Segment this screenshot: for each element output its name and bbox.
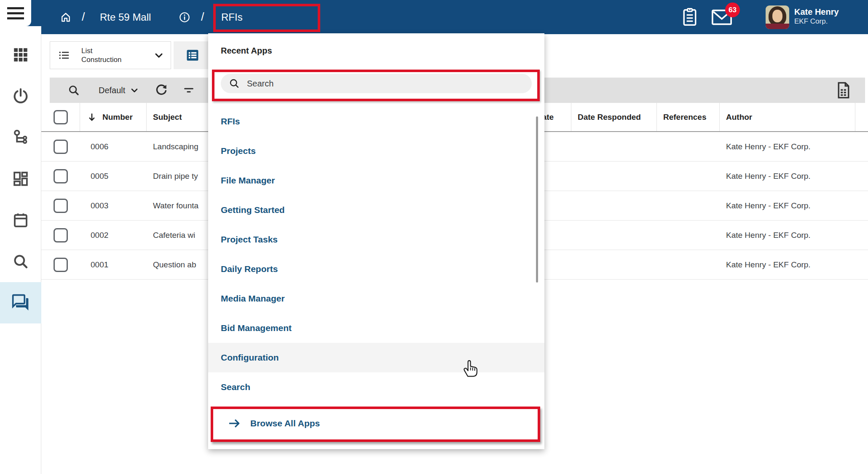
cell-number: 0002 [80, 221, 147, 250]
chevron-down-icon [129, 85, 139, 95]
cell-references [657, 162, 720, 191]
app-menu-item-file-manager[interactable]: File Manager [208, 166, 544, 195]
saved-view-label: Default [99, 86, 125, 95]
app-menu-item-project-tasks[interactable]: Project Tasks [208, 225, 544, 254]
app-menu-item-search[interactable]: Search [208, 372, 544, 402]
cell-references [657, 132, 720, 161]
sidebar-item-workflow[interactable] [0, 117, 41, 158]
workflow-icon [12, 129, 29, 146]
hamburger-icon [7, 7, 24, 19]
row-checkbox[interactable] [54, 228, 68, 242]
app-menu-item-rfis[interactable]: RFIs [208, 107, 544, 136]
cell-number: 0001 [80, 250, 147, 279]
cell-spacer [855, 162, 868, 191]
list-icon [58, 49, 70, 62]
refresh-icon[interactable] [155, 83, 168, 97]
sidebar-item-power[interactable] [0, 75, 41, 117]
row-checkbox[interactable] [54, 258, 68, 272]
arrow-right-icon [228, 417, 241, 430]
sidebar-item-dashboard[interactable] [0, 158, 41, 199]
sidebar-item-calendar[interactable] [0, 199, 41, 241]
view-type-label: List [81, 46, 121, 55]
cell-author: Kate Henry - EKF Corp. [720, 250, 855, 279]
column-header-date-responded[interactable]: Date Responded [571, 103, 657, 131]
calendar-icon [12, 211, 29, 229]
view-name-label: Construction [81, 55, 121, 64]
row-checkbox[interactable] [54, 199, 68, 213]
row-checkbox[interactable] [54, 140, 68, 154]
user-company: EKF Corp. [794, 17, 839, 26]
sidebar-item-search[interactable] [0, 241, 41, 282]
breadcrumb-separator: / [201, 0, 204, 34]
dashboard-icon [12, 170, 29, 188]
cell-author: Kate Henry - EKF Corp. [720, 191, 855, 220]
cell-author: Kate Henry - EKF Corp. [720, 162, 855, 191]
row-checkbox-cell [41, 132, 80, 161]
sort-desc-icon [86, 112, 97, 123]
row-checkbox-cell [41, 221, 80, 250]
cell-references [657, 221, 720, 250]
cell-spacer [855, 132, 868, 161]
hamburger-menu-button[interactable] [0, 0, 31, 26]
column-header-references[interactable]: References [657, 103, 720, 131]
search-icon[interactable] [67, 84, 80, 97]
app-menu-item-daily-reports[interactable]: Daily Reports [208, 254, 544, 284]
cell-author: Kate Henry - EKF Corp. [720, 221, 855, 250]
app-menu-item-projects[interactable]: Projects [208, 136, 544, 166]
home-icon[interactable] [59, 0, 72, 34]
search-placeholder: Search [247, 79, 273, 89]
row-checkbox-cell [41, 162, 80, 191]
search-icon [12, 253, 29, 270]
column-header-author[interactable]: Author [720, 103, 855, 131]
top-navigation-bar: / Rte 59 Mall / RFIs 63 Kate Henry EKF C… [0, 0, 868, 34]
select-all-checkbox[interactable] [54, 110, 68, 124]
application-window: / Rte 59 Mall / RFIs 63 Kate Henry EKF C… [0, 0, 868, 474]
row-checkbox[interactable] [54, 169, 68, 183]
cell-references [657, 250, 720, 279]
app-menu-item-media-manager[interactable]: Media Manager [208, 284, 544, 313]
row-checkbox-cell [41, 191, 80, 220]
panel-scrollbar[interactable] [536, 116, 538, 283]
chat-icon [11, 294, 30, 312]
sidebar-item-apps[interactable] [0, 34, 41, 75]
saved-view-dropdown[interactable]: Default [99, 85, 139, 95]
cell-spacer [855, 250, 868, 279]
cell-spacer [855, 221, 868, 250]
panel-title: Recent Apps [221, 46, 272, 56]
apps-grid-icon [12, 46, 29, 64]
cell-references [657, 191, 720, 220]
browse-all-apps-button[interactable]: Browse All Apps [213, 409, 539, 438]
breadcrumb-separator: / [82, 0, 85, 34]
avatar[interactable] [766, 5, 789, 29]
cell-number: 0006 [80, 132, 147, 161]
browse-all-apps-label: Browse All Apps [250, 418, 320, 428]
cell-date-responded [571, 250, 657, 279]
breadcrumb-app[interactable]: RFIs [221, 0, 243, 34]
chevron-down-icon [153, 49, 165, 61]
export-document-icon[interactable] [836, 81, 852, 99]
apps-search-input[interactable]: Search [221, 74, 532, 93]
app-menu-item-getting-started[interactable]: Getting Started [208, 195, 544, 225]
info-icon[interactable] [179, 0, 190, 34]
cell-date-responded [571, 162, 657, 191]
select-all-cell [41, 103, 80, 131]
view-selector-button[interactable]: List Construction [50, 41, 171, 69]
app-menu-item-bid-management[interactable]: Bid Management [208, 313, 544, 343]
left-sidebar [0, 26, 41, 474]
user-block[interactable]: Kate Henry EKF Corp. [794, 7, 839, 26]
apps-list: RFIs Projects File Manager Getting Start… [208, 107, 544, 402]
clipboard-icon[interactable] [680, 0, 699, 34]
power-icon [12, 87, 29, 105]
app-menu-item-configuration[interactable]: Configuration [208, 343, 544, 372]
row-checkbox-cell [41, 250, 80, 279]
column-header-number[interactable]: Number [80, 103, 147, 131]
filter-icon[interactable] [182, 84, 195, 97]
cell-date-responded [571, 191, 657, 220]
mail-count-badge: 63 [725, 3, 740, 17]
cell-author: Kate Henry - EKF Corp. [720, 132, 855, 161]
breadcrumb-project[interactable]: Rte 59 Mall [100, 0, 151, 34]
user-name: Kate Henry [794, 7, 839, 17]
search-icon [228, 78, 240, 89]
cell-spacer [855, 191, 868, 220]
sidebar-item-chat[interactable] [0, 282, 41, 323]
